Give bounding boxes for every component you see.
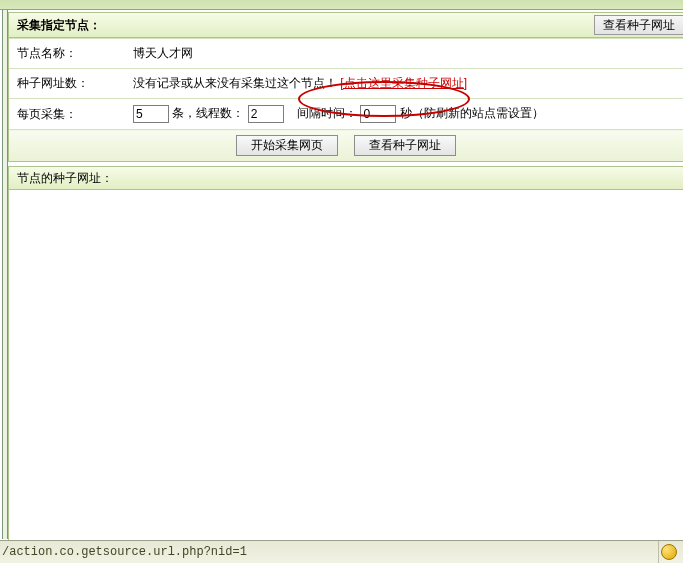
value-node-name: 博天人才网	[125, 39, 683, 69]
interval-input[interactable]	[360, 105, 396, 123]
form-area: 节点名称： 博天人才网 种子网址数： 没有记录或从来没有采集过这个节点！ [点击…	[8, 38, 683, 162]
section-title-bar: 采集指定节点： 查看种子网址	[8, 12, 683, 38]
value-per-page: 条，线程数： 间隔时间： 秒（防刷新的站点需设置）	[125, 99, 683, 130]
status-right-group	[658, 541, 683, 563]
label-per-page: 每页采集：	[9, 99, 125, 130]
count-input[interactable]	[133, 105, 169, 123]
status-bar: /action.co.getsource.url.php?nid=1	[0, 540, 683, 563]
label-seconds: 秒（防刷新的站点需设置）	[400, 106, 544, 120]
row-buttons: 开始采集网页 查看种子网址	[9, 130, 683, 162]
row-node-name: 节点名称： 博天人才网	[9, 39, 683, 69]
label-tiao: 条，线程数：	[172, 106, 244, 120]
label-seed-count: 种子网址数：	[9, 69, 125, 99]
seed-list-title: 节点的种子网址：	[17, 170, 113, 187]
threads-input[interactable]	[248, 105, 284, 123]
view-seed-button[interactable]: 查看种子网址	[354, 135, 456, 156]
row-seed-count: 种子网址数： 没有记录或从来没有采集过这个节点！ [点击这里采集种子网址]	[9, 69, 683, 99]
row-per-page: 每页采集： 条，线程数： 间隔时间： 秒（防刷新的站点需设置）	[9, 99, 683, 130]
seed-list-area	[8, 190, 683, 547]
window-top-strip	[0, 0, 683, 10]
start-collect-button[interactable]: 开始采集网页	[236, 135, 338, 156]
collect-seed-link[interactable]: [点击这里采集种子网址]	[340, 76, 467, 90]
seed-message: 没有记录或从来没有采集过这个节点！	[133, 76, 337, 90]
main-panel: 采集指定节点： 查看种子网址 节点名称： 博天人才网 种子网址数： 没有记录或从…	[8, 12, 683, 539]
status-text: /action.co.getsource.url.php?nid=1	[2, 545, 247, 559]
label-node-name: 节点名称：	[9, 39, 125, 69]
internet-zone-icon	[661, 544, 677, 560]
value-seed-count: 没有记录或从来没有采集过这个节点！ [点击这里采集种子网址]	[125, 69, 683, 99]
form-table: 节点名称： 博天人才网 种子网址数： 没有记录或从来没有采集过这个节点！ [点击…	[9, 38, 683, 161]
button-row: 开始采集网页 查看种子网址	[9, 130, 683, 162]
view-seed-top-button[interactable]: 查看种子网址	[594, 15, 683, 35]
seed-list-header: 节点的种子网址：	[8, 166, 683, 190]
section-title: 采集指定节点：	[17, 17, 101, 34]
label-interval: 间隔时间：	[297, 106, 357, 120]
